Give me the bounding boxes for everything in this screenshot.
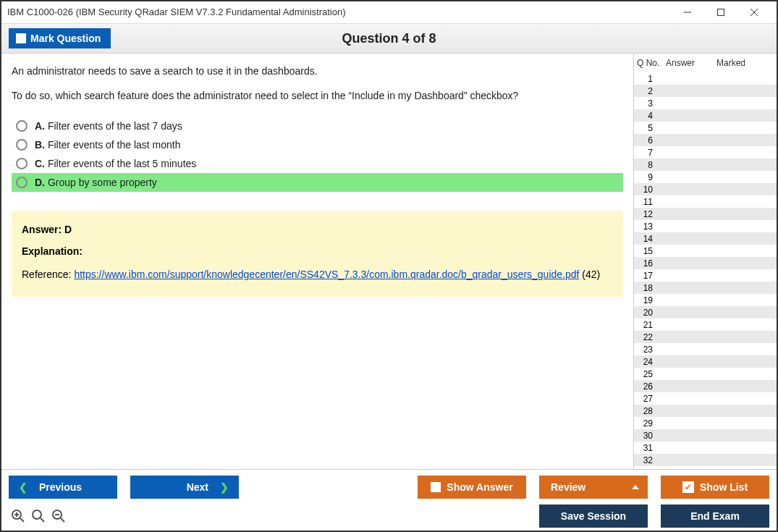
question-list[interactable]: 1234567891011121314151617181920212223242…: [634, 72, 777, 469]
show-answer-button[interactable]: Show Answer: [418, 476, 526, 499]
maximize-icon: [717, 9, 724, 16]
next-button[interactable]: Next ❯: [130, 476, 239, 499]
question-list-row[interactable]: 6: [634, 134, 777, 146]
close-button[interactable]: [737, 2, 771, 22]
radio-icon[interactable]: [16, 158, 28, 169]
minimize-button[interactable]: [671, 2, 704, 22]
question-list-row[interactable]: 30: [634, 429, 777, 442]
question-list-row[interactable]: 18: [634, 282, 777, 294]
question-list-row[interactable]: 24: [634, 355, 777, 368]
question-list-row[interactable]: 13: [634, 220, 777, 232]
option-row-d[interactable]: D. Group by some property: [12, 173, 623, 192]
question-list-row[interactable]: 4: [634, 109, 777, 122]
question-number: 17: [634, 271, 657, 281]
question-list-row[interactable]: 5: [634, 122, 777, 134]
question-list-row[interactable]: 12: [634, 208, 777, 220]
question-list-row[interactable]: 23: [634, 343, 777, 355]
question-list-row[interactable]: 20: [634, 306, 777, 318]
next-label: Next: [187, 481, 208, 493]
footer-session-right: Save Session End Exam: [539, 504, 769, 528]
question-number: 9: [634, 172, 657, 182]
option-row-a[interactable]: A. Filter events of the last 7 days: [12, 117, 623, 135]
mark-question-label: Mark Question: [30, 33, 101, 44]
close-icon: [750, 9, 758, 16]
question-list-row[interactable]: 9: [634, 171, 777, 183]
show-list-button[interactable]: ✓ Show List: [661, 476, 769, 499]
question-list-row[interactable]: 29: [634, 417, 777, 429]
question-list-row[interactable]: 28: [634, 405, 777, 417]
question-list-row[interactable]: 22: [634, 331, 777, 343]
option-row-c[interactable]: C. Filter events of the last 5 minutes: [12, 154, 623, 173]
question-list-row[interactable]: 33: [634, 466, 777, 469]
svg-rect-1: [718, 9, 724, 15]
zoom-controls: [9, 508, 67, 524]
reference-link[interactable]: https://www.ibm.com/support/knowledgecen…: [74, 269, 579, 280]
zoom-out-icon[interactable]: [51, 508, 67, 524]
answer-box: Answer: D Explanation: Reference: https:…: [12, 211, 623, 297]
question-number: 16: [634, 258, 657, 269]
footer-row-1: ❮ Previous Next ❯ Show Answer Review: [9, 476, 769, 499]
checkbox-icon: [16, 33, 26, 43]
question-number: 21: [634, 320, 657, 330]
show-answer-label: Show Answer: [447, 481, 512, 493]
question-list-row[interactable]: 31: [634, 442, 777, 454]
zoom-reset-icon[interactable]: [30, 508, 46, 524]
question-list-row[interactable]: 19: [634, 294, 777, 306]
col-marked: Marked: [714, 56, 777, 69]
radio-icon[interactable]: [16, 177, 28, 188]
footer-row-2: Save Session End Exam: [9, 504, 769, 528]
footer-nav-right: Show Answer Review ✓ Show List: [418, 476, 769, 499]
question-list-row[interactable]: 25: [634, 368, 777, 380]
show-list-label: Show List: [700, 481, 748, 493]
maximize-button[interactable]: [704, 2, 737, 22]
question-number: 6: [634, 135, 657, 145]
review-button[interactable]: Review: [539, 476, 648, 499]
end-exam-button[interactable]: End Exam: [661, 504, 769, 528]
svg-line-5: [20, 518, 24, 522]
question-list-panel: Q No. Answer Marked 12345678910111213141…: [633, 54, 777, 469]
option-text: D. Group by some property: [35, 177, 157, 188]
question-list-row[interactable]: 32: [634, 454, 777, 466]
question-list-row[interactable]: 15: [634, 245, 777, 257]
reference-suffix: (42): [579, 269, 600, 280]
question-area: An administrator needs to save a search …: [1, 54, 633, 469]
question-number: 1: [634, 74, 657, 84]
option-text: C. Filter events of the last 5 minutes: [35, 158, 196, 169]
question-list-row[interactable]: 11: [634, 195, 777, 208]
question-list-row[interactable]: 7: [634, 146, 777, 159]
chevron-left-icon: ❮: [19, 481, 28, 493]
zoom-in-icon[interactable]: [10, 508, 26, 524]
question-list-row[interactable]: 21: [634, 318, 777, 331]
question-number: 28: [634, 406, 657, 416]
titlebar: IBM C1000-026 (IBM Security QRadar SIEM …: [1, 1, 777, 23]
mark-question-button[interactable]: Mark Question: [9, 28, 111, 48]
previous-button[interactable]: ❮ Previous: [9, 476, 117, 499]
question-number: 14: [634, 234, 657, 244]
square-icon: [431, 482, 441, 492]
app-window: IBM C1000-026 (IBM Security QRadar SIEM …: [0, 0, 778, 532]
option-text: B. Filter events of the last month: [35, 139, 181, 151]
question-number: 22: [634, 332, 657, 342]
question-list-row[interactable]: 3: [634, 97, 777, 109]
question-number: 25: [634, 369, 657, 379]
review-label: Review: [551, 481, 585, 493]
radio-icon[interactable]: [16, 139, 28, 151]
question-number: 2: [634, 86, 657, 96]
question-list-row[interactable]: 10: [634, 183, 777, 195]
reference-line: Reference: https://www.ibm.com/support/k…: [22, 267, 613, 282]
reference-prefix: Reference:: [22, 269, 74, 280]
question-list-row[interactable]: 1: [634, 72, 777, 85]
question-list-row[interactable]: 8: [634, 159, 777, 171]
radio-icon[interactable]: [16, 120, 28, 132]
question-list-row[interactable]: 2: [634, 85, 777, 97]
question-list-row[interactable]: 27: [634, 392, 777, 405]
save-session-button[interactable]: Save Session: [539, 504, 648, 528]
question-list-row[interactable]: 14: [634, 232, 777, 245]
chevron-right-icon: ❯: [220, 481, 229, 493]
question-list-row[interactable]: 17: [634, 269, 777, 282]
question-list-row[interactable]: 26: [634, 380, 777, 392]
question-number: 26: [634, 381, 657, 392]
previous-label: Previous: [39, 481, 82, 493]
option-row-b[interactable]: B. Filter events of the last month: [12, 135, 623, 154]
question-list-row[interactable]: 16: [634, 257, 777, 269]
